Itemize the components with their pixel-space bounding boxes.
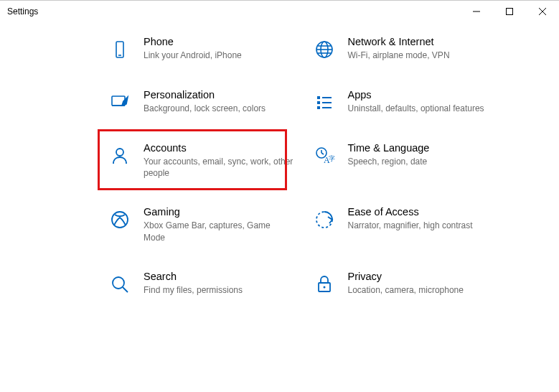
tile-desc: Your accounts, email, sync, work, other … bbox=[144, 156, 294, 179]
xbox-icon bbox=[108, 207, 132, 232]
svg-line-27 bbox=[123, 287, 128, 292]
svg-rect-13 bbox=[317, 96, 320, 99]
globe-icon bbox=[312, 37, 337, 62]
tile-desc: Location, camera, microphone bbox=[348, 284, 464, 296]
window-controls bbox=[460, 1, 559, 22]
tile-desc: Xbox Game Bar, captures, Game Mode bbox=[144, 220, 294, 243]
tile-title: Gaming bbox=[144, 206, 294, 218]
tile-privacy[interactable]: Privacy Location, camera, microphone bbox=[312, 271, 499, 297]
settings-home: Phone Link your Android, iPhone Network … bbox=[0, 22, 559, 297]
phone-icon bbox=[108, 37, 132, 62]
tile-gaming[interactable]: Gaming Xbox Game Bar, captures, Game Mod… bbox=[108, 206, 294, 243]
tile-title: Search bbox=[144, 271, 243, 282]
tile-desc: Wi-Fi, airplane mode, VPN bbox=[348, 50, 450, 61]
tile-desc: Link your Android, iPhone bbox=[144, 50, 242, 61]
time-language-icon: A字 bbox=[312, 144, 337, 168]
tile-desc: Narrator, magnifier, high contrast bbox=[348, 220, 473, 231]
tile-desc: Background, lock screen, colors bbox=[144, 103, 266, 114]
svg-point-29 bbox=[323, 286, 325, 288]
tile-phone[interactable]: Phone Link your Android, iPhone bbox=[108, 36, 294, 62]
tile-apps[interactable]: Apps Uninstall, defaults, optional featu… bbox=[312, 89, 499, 115]
tile-title: Phone bbox=[144, 36, 242, 47]
tile-personalization[interactable]: Personalization Background, lock screen,… bbox=[108, 89, 294, 115]
tile-time-language[interactable]: A字 Time & Language Speech, region, date bbox=[312, 142, 499, 179]
tile-title: Ease of Access bbox=[348, 206, 473, 218]
tile-accounts[interactable]: Accounts Your accounts, email, sync, wor… bbox=[108, 142, 294, 179]
tile-network[interactable]: Network & Internet Wi-Fi, airplane mode,… bbox=[312, 36, 499, 62]
search-icon bbox=[108, 272, 132, 297]
svg-rect-17 bbox=[317, 106, 320, 109]
svg-rect-1 bbox=[507, 9, 513, 15]
maximize-button[interactable] bbox=[493, 1, 526, 22]
svg-rect-15 bbox=[317, 101, 320, 104]
titlebar: Settings bbox=[0, 0, 559, 22]
svg-point-26 bbox=[113, 277, 124, 289]
ease-of-access-icon bbox=[312, 207, 337, 232]
svg-point-19 bbox=[116, 149, 123, 156]
lock-icon bbox=[312, 272, 337, 297]
paintbrush-icon bbox=[108, 90, 132, 115]
person-icon bbox=[108, 144, 132, 168]
close-button[interactable] bbox=[526, 1, 559, 22]
tile-title: Privacy bbox=[348, 271, 464, 282]
window-title: Settings bbox=[0, 6, 38, 17]
tile-title: Time & Language bbox=[348, 142, 430, 154]
tile-title: Accounts bbox=[144, 142, 294, 154]
tile-title: Network & Internet bbox=[348, 36, 450, 47]
tile-ease-of-access[interactable]: Ease of Access Narrator, magnifier, high… bbox=[312, 206, 499, 243]
settings-grid: Phone Link your Android, iPhone Network … bbox=[0, 29, 559, 297]
list-icon bbox=[312, 90, 337, 115]
tile-desc: Speech, region, date bbox=[348, 156, 430, 167]
tile-desc: Find my files, permissions bbox=[144, 284, 243, 296]
svg-line-22 bbox=[321, 153, 324, 154]
tile-title: Personalization bbox=[144, 89, 266, 101]
minimize-button[interactable] bbox=[460, 1, 493, 22]
tile-search[interactable]: Search Find my files, permissions bbox=[108, 271, 294, 297]
svg-text:字: 字 bbox=[329, 155, 335, 162]
tile-desc: Uninstall, defaults, optional features bbox=[348, 103, 484, 114]
tile-title: Apps bbox=[348, 89, 484, 101]
